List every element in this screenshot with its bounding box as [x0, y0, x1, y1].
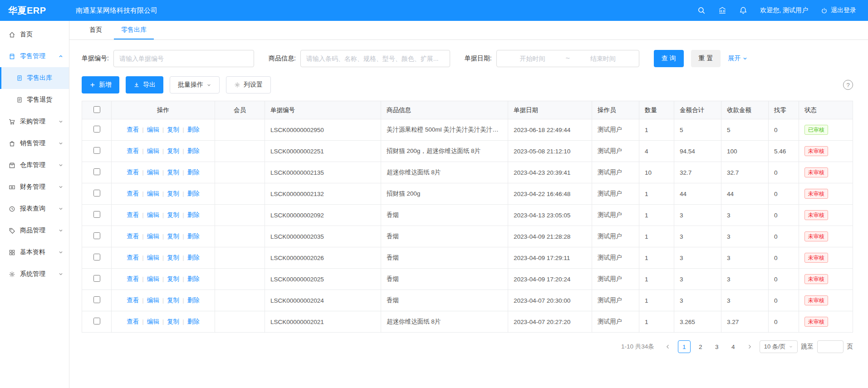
page-button-4[interactable]: 4	[727, 340, 740, 353]
row-action-copy[interactable]: 复制	[167, 190, 179, 197]
tab-home[interactable]: 首页	[82, 21, 109, 39]
sidebar-item-purchase[interactable]: 采购管理	[0, 111, 69, 133]
row-action-copy[interactable]: 复制	[167, 126, 179, 133]
row-action-view[interactable]: 查看	[127, 190, 139, 197]
sidebar-item-goods[interactable]: 商品管理	[0, 220, 69, 241]
row-action-delete[interactable]: 删除	[187, 147, 200, 154]
sidebar-item-finance[interactable]: 财务管理	[0, 176, 69, 198]
document-icon	[16, 75, 23, 81]
row-action-delete[interactable]: 删除	[187, 169, 200, 176]
row-checkbox[interactable]	[93, 232, 100, 239]
prev-page-button[interactable]	[662, 340, 674, 353]
page-size-select[interactable]: 10 条/页	[760, 340, 798, 353]
jump-page-input[interactable]	[817, 340, 843, 353]
row-action-edit[interactable]: 编辑	[147, 126, 159, 133]
page-button-3[interactable]: 3	[711, 340, 723, 353]
logout-button[interactable]: 退出登录	[821, 6, 856, 15]
cell-doc-no: LSCK00000002025	[265, 269, 381, 290]
sidebar-item-sales[interactable]: 销售管理	[0, 133, 69, 154]
search-icon[interactable]	[697, 6, 706, 15]
row-action-delete[interactable]: 删除	[187, 297, 200, 304]
status-badge: 未审核	[804, 210, 828, 220]
row-action-delete[interactable]: 删除	[187, 190, 200, 197]
add-button[interactable]: 新增	[82, 76, 119, 93]
row-action-edit[interactable]: 编辑	[147, 211, 159, 218]
date-start-input[interactable]	[501, 55, 564, 62]
cell-total: 3	[674, 205, 721, 226]
row-checkbox[interactable]	[93, 211, 100, 218]
row-action-copy[interactable]: 复制	[167, 233, 179, 240]
row-action-view[interactable]: 查看	[127, 254, 139, 261]
product-info-input[interactable]	[300, 50, 450, 67]
row-action-copy[interactable]: 复制	[167, 318, 179, 325]
bell-icon[interactable]	[739, 6, 747, 15]
sidebar-item-retail-return[interactable]: 零售退货	[0, 89, 69, 111]
search-button[interactable]: 查 询	[654, 50, 684, 67]
row-action-delete[interactable]: 删除	[187, 318, 200, 325]
sidebar-item-basic-data[interactable]: 基本资料	[0, 241, 69, 263]
row-action-view[interactable]: 查看	[127, 147, 139, 154]
row-action-copy[interactable]: 复制	[167, 147, 179, 154]
row-checkbox[interactable]	[93, 168, 100, 175]
expand-link[interactable]: 展开	[728, 54, 748, 63]
row-checkbox[interactable]	[93, 190, 100, 196]
row-checkbox[interactable]	[93, 254, 100, 260]
row-action-edit[interactable]: 编辑	[147, 318, 159, 325]
bank-icon[interactable]	[718, 6, 726, 15]
row-action-copy[interactable]: 复制	[167, 297, 179, 304]
help-icon[interactable]: ?	[843, 80, 853, 90]
action-separator	[162, 318, 164, 325]
row-action-edit[interactable]: 编辑	[147, 254, 159, 261]
row-action-copy[interactable]: 复制	[167, 254, 179, 261]
next-page-button[interactable]	[743, 340, 756, 353]
row-action-view[interactable]: 查看	[127, 211, 139, 218]
row-action-edit[interactable]: 编辑	[147, 297, 159, 304]
page-button-2[interactable]: 2	[694, 340, 707, 353]
row-action-view[interactable]: 查看	[127, 275, 139, 282]
row-checkbox[interactable]	[93, 126, 100, 133]
row-action-view[interactable]: 查看	[127, 233, 139, 240]
row-checkbox[interactable]	[93, 275, 100, 282]
sidebar-item-retail[interactable]: 零售管理	[0, 45, 69, 67]
row-action-view[interactable]: 查看	[127, 169, 139, 176]
tab-retail-outbound[interactable]: 零售出库	[114, 21, 154, 39]
row-action-copy[interactable]: 复制	[167, 275, 179, 282]
row-action-delete[interactable]: 删除	[187, 275, 200, 282]
sidebar-item-reports[interactable]: 报表查询	[0, 198, 69, 220]
cell-operator: 测试用户	[592, 311, 639, 333]
column-settings-button[interactable]: 列设置	[226, 76, 271, 93]
row-action-edit[interactable]: 编辑	[147, 169, 159, 176]
row-action-edit[interactable]: 编辑	[147, 275, 159, 282]
reset-button[interactable]: 重 置	[691, 50, 721, 67]
row-action-delete[interactable]: 删除	[187, 254, 200, 261]
cell-total: 32.7	[674, 162, 721, 183]
doc-no-input[interactable]	[113, 50, 254, 67]
row-action-delete[interactable]: 删除	[187, 233, 200, 240]
sidebar-item-system[interactable]: 系统管理	[0, 263, 69, 285]
row-checkbox[interactable]	[93, 147, 100, 154]
sidebar-item-warehouse[interactable]: 仓库管理	[0, 154, 69, 176]
row-action-edit[interactable]: 编辑	[147, 233, 159, 240]
row-action-delete[interactable]: 删除	[187, 126, 200, 133]
sidebar-item-retail-outbound[interactable]: 零售出库	[0, 67, 69, 89]
row-action-edit[interactable]: 编辑	[147, 147, 159, 154]
row-checkbox[interactable]	[93, 318, 100, 324]
row-action-copy[interactable]: 复制	[167, 169, 179, 176]
batch-operations-button[interactable]: 批量操作	[170, 76, 220, 93]
batch-operations-label: 批量操作	[178, 81, 203, 89]
row-action-view[interactable]: 查看	[127, 126, 139, 133]
row-checkbox[interactable]	[93, 296, 100, 303]
row-action-edit[interactable]: 编辑	[147, 190, 159, 197]
row-action-copy[interactable]: 复制	[167, 211, 179, 218]
row-action-view[interactable]: 查看	[127, 297, 139, 304]
export-button[interactable]: 导出	[126, 76, 163, 93]
date-range-picker[interactable]: ~	[496, 50, 639, 67]
date-end-input[interactable]	[572, 55, 634, 62]
row-action-view[interactable]: 查看	[127, 318, 139, 325]
page-button-1[interactable]: 1	[678, 340, 691, 353]
select-all-checkbox[interactable]	[93, 106, 100, 113]
chevron-down-icon	[58, 228, 64, 233]
sidebar-item-home[interactable]: 首页	[0, 24, 69, 45]
action-separator	[162, 147, 164, 154]
row-action-delete[interactable]: 删除	[187, 211, 200, 218]
